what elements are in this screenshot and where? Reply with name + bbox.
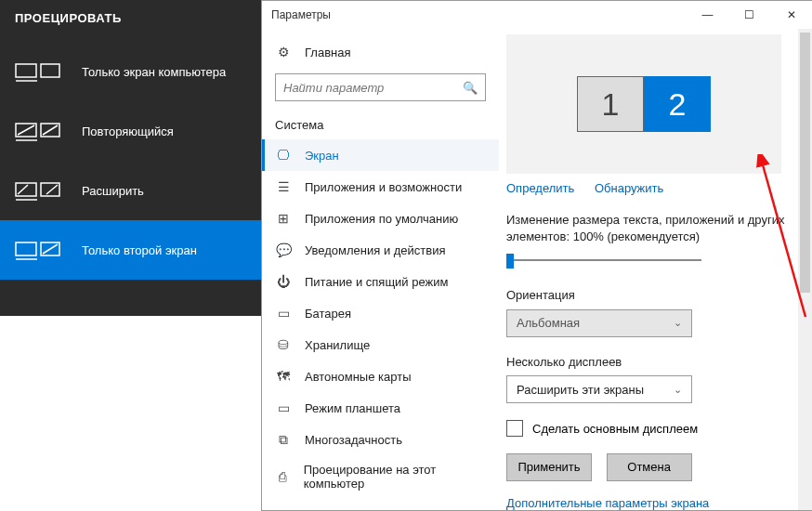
multitask-icon: ⧉ xyxy=(275,431,292,448)
sidebar-item-label: Питание и спящий режим xyxy=(305,275,448,289)
main-display-label: Сделать основным дисплеем xyxy=(532,422,698,436)
display-preview: 1 2 xyxy=(506,34,781,174)
project-option-label: Расширить xyxy=(82,184,144,198)
sidebar-item-power[interactable]: ⏻ Питание и спящий режим xyxy=(262,266,499,297)
project-option-duplicate[interactable]: Повторяющийся xyxy=(0,101,261,161)
sidebar-home-label: Главная xyxy=(305,46,350,59)
checkbox-box xyxy=(506,420,523,437)
maximize-button[interactable]: ☐ xyxy=(728,1,770,29)
cancel-button[interactable]: Отмена xyxy=(607,453,692,481)
multi-display-select[interactable]: Расширить эти экраны ⌄ xyxy=(506,375,692,403)
project-panel-title: ПРОЕЦИРОВАТЬ xyxy=(0,0,261,42)
sidebar-item-label: Приложения по умолчанию xyxy=(305,212,458,226)
projection-icon: ⎙ xyxy=(275,468,291,485)
apply-button[interactable]: Применить xyxy=(506,453,592,481)
close-icon: ✕ xyxy=(787,8,796,21)
slider-track xyxy=(506,259,701,261)
multi-display-label: Несколько дисплеев xyxy=(506,354,799,371)
svg-line-16 xyxy=(43,244,58,254)
pc-only-icon xyxy=(15,60,61,83)
default-apps-icon: ⊞ xyxy=(275,210,292,227)
identify-link[interactable]: Определить xyxy=(506,181,574,195)
sidebar-item-storage[interactable]: ⛁ Хранилище xyxy=(262,329,499,360)
sidebar-item-label: Проецирование на этот компьютер xyxy=(304,463,486,491)
monitor-2[interactable]: 2 xyxy=(644,76,711,132)
svg-line-7 xyxy=(43,125,58,135)
minimize-icon: — xyxy=(702,8,714,21)
svg-rect-0 xyxy=(16,64,36,77)
minimize-button[interactable]: — xyxy=(687,1,728,29)
sidebar-section-label: Система xyxy=(262,112,499,139)
search-input[interactable] xyxy=(283,81,463,95)
sidebar-item-multitask[interactable]: ⧉ Многозадачность xyxy=(262,424,499,455)
detect-link[interactable]: Обнаружить xyxy=(595,181,663,195)
project-option-label: Только второй экран xyxy=(82,243,197,257)
sidebar-item-label: Многозадачность xyxy=(305,433,402,447)
orientation-value: Альбомная xyxy=(517,316,580,330)
maximize-icon: ☐ xyxy=(744,8,754,21)
sidebar-item-label: Приложения и возможности xyxy=(305,180,462,194)
sidebar-item-maps[interactable]: 🗺 Автономные карты xyxy=(262,360,499,392)
project-option-label: Только экран компьютера xyxy=(82,65,226,79)
advanced-display-link[interactable]: Дополнительные параметры экрана xyxy=(506,496,709,510)
svg-line-10 xyxy=(18,185,28,194)
svg-line-12 xyxy=(46,185,58,194)
maps-icon: 🗺 xyxy=(275,368,292,385)
sidebar-item-label: Режим планшета xyxy=(305,401,400,415)
extend-icon xyxy=(15,179,61,202)
multi-display-value: Расширить эти экраны xyxy=(517,383,644,397)
scrollbar-thumb[interactable] xyxy=(800,33,810,293)
sidebar-item-notifications[interactable]: 💬 Уведомления и действия xyxy=(262,234,499,266)
sidebar-item-label: Батарея xyxy=(305,307,351,321)
svg-rect-8 xyxy=(16,183,36,196)
close-button[interactable]: ✕ xyxy=(770,1,812,29)
storage-icon: ⛁ xyxy=(275,336,292,353)
battery-icon: ▭ xyxy=(275,305,292,321)
project-option-second-only[interactable]: Только второй экран xyxy=(0,220,261,280)
sidebar-item-display[interactable]: 🖵 Экран xyxy=(262,139,499,171)
sidebar-item-battery[interactable]: ▭ Батарея xyxy=(262,297,499,329)
project-option-pc-only[interactable]: Только экран компьютера xyxy=(0,42,261,101)
sidebar-item-projection[interactable]: ⎙ Проецирование на этот компьютер xyxy=(262,455,499,498)
project-panel: ПРОЕЦИРОВАТЬ Только экран компьютера Пов… xyxy=(0,0,261,316)
svg-rect-2 xyxy=(41,64,59,77)
chevron-down-icon: ⌄ xyxy=(674,384,682,396)
duplicate-icon xyxy=(15,120,61,142)
gear-icon: ⚙ xyxy=(275,44,292,60)
sidebar-item-label: Экран xyxy=(305,149,339,163)
sidebar-item-tablet[interactable]: ▭ Режим планшета xyxy=(262,392,499,424)
scale-slider[interactable] xyxy=(506,250,701,270)
svg-line-5 xyxy=(18,125,34,135)
project-option-label: Повторяющийся xyxy=(82,124,174,138)
settings-content: 1 2 Определить Обнаружить Изменение разм… xyxy=(499,29,812,510)
search-icon: 🔍 xyxy=(463,81,478,95)
settings-window: Параметры — ☐ ✕ ⚙ Главная 🔍 Система 🖵 Эк… xyxy=(261,0,812,511)
sidebar-item-default-apps[interactable]: ⊞ Приложения по умолчанию xyxy=(262,203,499,234)
sidebar-item-label: Хранилище xyxy=(305,338,370,352)
power-icon: ⏻ xyxy=(275,273,292,290)
orientation-select[interactable]: Альбомная ⌄ xyxy=(506,309,692,337)
settings-sidebar: ⚙ Главная 🔍 Система 🖵 Экран ☰ Приложения… xyxy=(262,29,499,510)
tablet-icon: ▭ xyxy=(275,400,292,416)
search-input-wrap[interactable]: 🔍 xyxy=(275,73,486,101)
titlebar: Параметры — ☐ ✕ xyxy=(262,1,812,29)
slider-thumb[interactable] xyxy=(506,254,514,269)
window-title: Параметры xyxy=(271,8,331,21)
apps-icon: ☰ xyxy=(275,178,292,195)
sidebar-item-label: Уведомления и действия xyxy=(305,243,446,257)
sidebar-item-apps[interactable]: ☰ Приложения и возможности xyxy=(262,171,499,203)
sidebar-item-label: Автономные карты xyxy=(305,370,412,384)
chevron-down-icon: ⌄ xyxy=(674,317,682,329)
display-icon: 🖵 xyxy=(275,147,292,164)
vertical-scrollbar[interactable] xyxy=(798,29,812,510)
main-display-checkbox[interactable]: Сделать основным дисплеем xyxy=(506,420,799,437)
display-actions: Определить Обнаружить xyxy=(506,181,799,195)
svg-rect-13 xyxy=(16,242,36,256)
second-only-icon xyxy=(15,239,61,261)
sidebar-home[interactable]: ⚙ Главная xyxy=(262,36,499,68)
project-option-extend[interactable]: Расширить xyxy=(0,161,261,220)
monitor-1[interactable]: 1 xyxy=(577,76,644,132)
orientation-label: Ориентация xyxy=(506,287,799,304)
notifications-icon: 💬 xyxy=(275,242,292,258)
scale-label: Изменение размера текста, приложений и д… xyxy=(506,212,799,244)
